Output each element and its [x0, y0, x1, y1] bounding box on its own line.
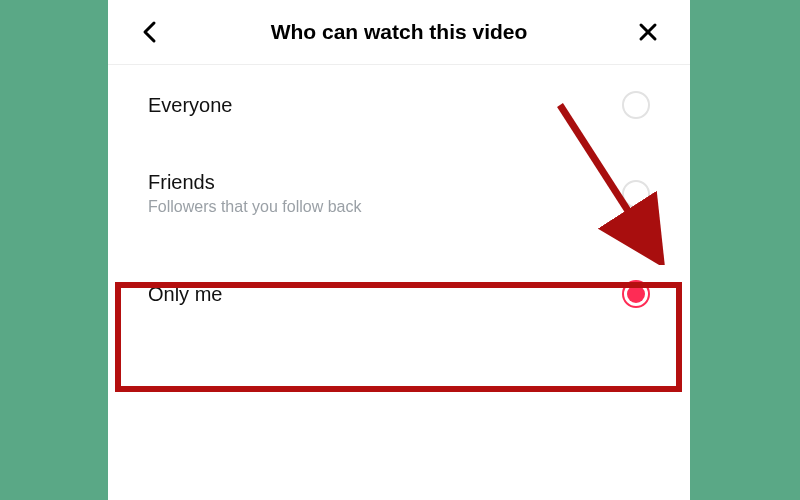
chevron-left-icon — [141, 20, 159, 44]
radio-only-me[interactable] — [622, 280, 650, 308]
option-label: Friends — [148, 171, 361, 194]
radio-everyone[interactable] — [622, 91, 650, 119]
privacy-panel: Who can watch this video Everyone Friend… — [108, 0, 690, 500]
option-everyone[interactable]: Everyone — [108, 65, 690, 145]
option-label: Only me — [148, 283, 222, 306]
panel-header: Who can watch this video — [108, 0, 690, 64]
option-friends[interactable]: Friends Followers that you follow back — [108, 145, 690, 242]
back-button[interactable] — [136, 18, 164, 46]
option-only-me[interactable]: Only me — [108, 242, 690, 346]
panel-title: Who can watch this video — [164, 20, 634, 44]
radio-friends[interactable] — [622, 180, 650, 208]
screenshot-stage: Who can watch this video Everyone Friend… — [0, 0, 800, 500]
options-list: Everyone Friends Followers that you foll… — [108, 65, 690, 346]
option-label: Everyone — [148, 94, 233, 117]
close-icon — [638, 22, 658, 42]
option-sublabel: Followers that you follow back — [148, 198, 361, 216]
close-button[interactable] — [634, 18, 662, 46]
